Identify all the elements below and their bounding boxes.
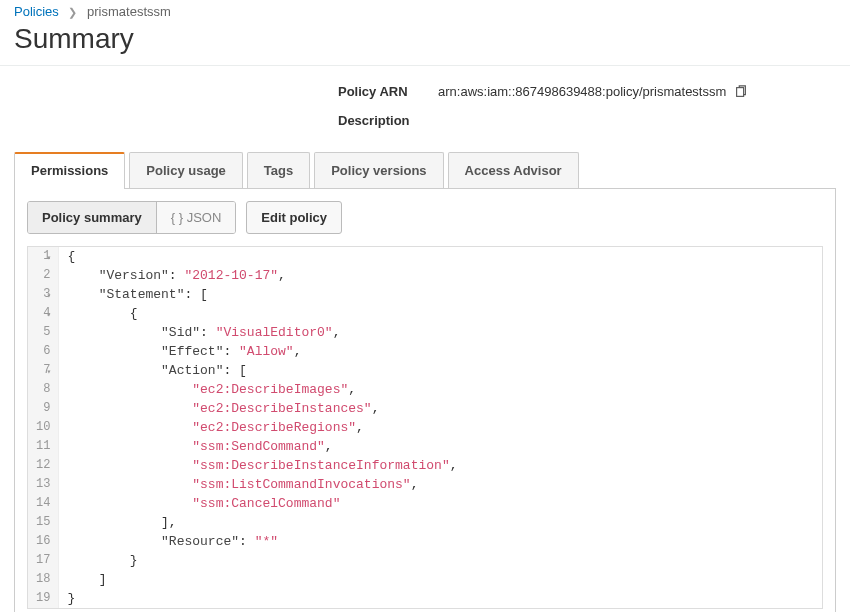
svg-rect-0: [737, 87, 744, 96]
line-number: 14: [36, 494, 50, 513]
line-number: 17: [36, 551, 50, 570]
breadcrumb-root-link[interactable]: Policies: [14, 4, 59, 19]
line-number: 9: [36, 399, 50, 418]
line-number: 11: [36, 437, 50, 456]
code-content[interactable]: { "Version": "2012-10-17", "Statement": …: [59, 247, 822, 608]
line-number: 2: [36, 266, 50, 285]
line-number: 3: [36, 285, 50, 304]
line-number: 4: [36, 304, 50, 323]
copy-icon[interactable]: [734, 85, 748, 99]
tab-tags[interactable]: Tags: [247, 152, 310, 188]
line-number: 7: [36, 361, 50, 380]
line-number: 19: [36, 589, 50, 608]
tab-body: Policy summary { } JSON Edit policy 1 2 …: [14, 189, 836, 612]
arn-label: Policy ARN: [338, 84, 438, 99]
description-label: Description: [338, 113, 438, 128]
line-number: 12: [36, 456, 50, 475]
line-number: 15: [36, 513, 50, 532]
tab-permissions[interactable]: Permissions: [14, 152, 125, 189]
json-editor[interactable]: 1 2 3 4 5 6 7 8 9 10 11 12 13 14 15 16 1…: [27, 246, 823, 609]
view-toggle-group: Policy summary { } JSON: [27, 201, 236, 234]
tab-access-advisor[interactable]: Access Advisor: [448, 152, 579, 188]
policy-summary-button[interactable]: Policy summary: [28, 202, 157, 233]
gutter: 1 2 3 4 5 6 7 8 9 10 11 12 13 14 15 16 1…: [28, 247, 59, 608]
breadcrumb-current: prismatestssm: [87, 4, 171, 19]
edit-policy-button[interactable]: Edit policy: [246, 201, 342, 234]
line-number: 18: [36, 570, 50, 589]
policy-meta: Policy ARN arn:aws:iam::867498639488:pol…: [0, 66, 850, 152]
tab-policy-usage[interactable]: Policy usage: [129, 152, 242, 188]
line-number: 16: [36, 532, 50, 551]
arn-value: arn:aws:iam::867498639488:policy/prismat…: [438, 84, 726, 99]
line-number: 1: [36, 247, 50, 266]
tab-bar: Permissions Policy usage Tags Policy ver…: [14, 152, 836, 189]
line-number: 10: [36, 418, 50, 437]
line-number: 13: [36, 475, 50, 494]
page-title: Summary: [0, 21, 850, 66]
json-view-button[interactable]: { } JSON: [157, 202, 236, 233]
breadcrumb-separator: ❯: [68, 6, 77, 18]
line-number: 5: [36, 323, 50, 342]
breadcrumb: Policies ❯ prismatestssm: [0, 0, 850, 21]
line-number: 8: [36, 380, 50, 399]
tab-policy-versions[interactable]: Policy versions: [314, 152, 443, 188]
line-number: 6: [36, 342, 50, 361]
